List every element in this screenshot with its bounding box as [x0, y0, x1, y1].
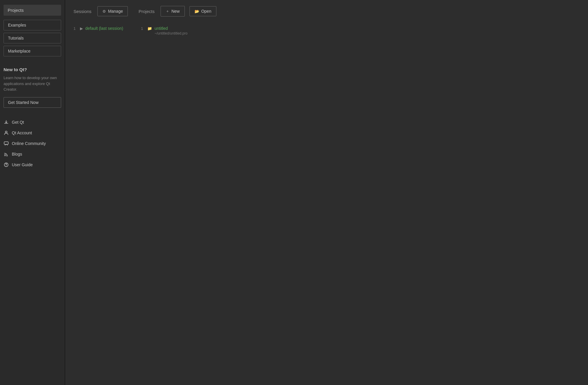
sidebar-link-qt-account[interactable]: Qt Account	[4, 130, 61, 136]
get-started-button[interactable]: Get Started Now	[4, 97, 61, 108]
project-name: untitled	[154, 26, 187, 31]
folder-icon: 📂	[195, 9, 199, 14]
rss-icon	[4, 151, 9, 157]
blogs-label: Blogs	[12, 152, 22, 156]
get-qt-label: Get Qt	[12, 120, 24, 125]
user-icon	[4, 130, 9, 136]
session-item[interactable]: 1 ▶ default (last session)	[74, 25, 123, 32]
items-section: 1 ▶ default (last session) 1 📁 untitled …	[74, 25, 580, 37]
header-row: Sessions ⚙ Manage Projects ＋ New 📂 Open	[74, 6, 580, 17]
svg-point-4	[6, 166, 6, 166]
qt-account-label: Qt Account	[12, 130, 32, 135]
session-name: default (last session)	[85, 26, 123, 31]
gear-icon: ⚙	[102, 9, 106, 14]
download-icon	[4, 120, 9, 125]
chat-icon	[4, 141, 9, 146]
new-to-qt-title: New to Qt?	[4, 67, 61, 72]
new-button[interactable]: ＋ New	[161, 6, 185, 17]
sessions-column: 1 ▶ default (last session)	[74, 25, 123, 32]
new-to-qt-description: Learn how to develop your own applicatio…	[4, 75, 61, 92]
open-button[interactable]: 📂 Open	[190, 6, 216, 16]
projects-column: 1 📁 untitled ~/untitled/untitled.pro	[141, 25, 187, 37]
sessions-label: Sessions	[74, 9, 92, 14]
project-path: ~/untitled/untitled.pro	[154, 31, 187, 35]
user-guide-label: User Guide	[12, 162, 33, 167]
projects-section-label: Projects	[138, 9, 154, 14]
sidebar-item-tutorials[interactable]: Tutorials	[4, 33, 61, 43]
sidebar: Projects Examples Tutorials Marketplace …	[0, 0, 65, 385]
main-content: Sessions ⚙ Manage Projects ＋ New 📂 Open …	[65, 0, 588, 385]
sidebar-links: Get Qt Qt Account Online Community	[4, 120, 61, 167]
online-community-label: Online Community	[12, 141, 46, 146]
svg-point-2	[4, 155, 5, 156]
manage-button[interactable]: ⚙ Manage	[97, 6, 128, 16]
sidebar-link-user-guide[interactable]: User Guide	[4, 162, 61, 167]
play-icon: ▶	[80, 26, 83, 31]
sidebar-projects-button[interactable]: Projects	[4, 5, 61, 16]
sidebar-link-blogs[interactable]: Blogs	[4, 151, 61, 157]
sidebar-link-online-community[interactable]: Online Community	[4, 141, 61, 146]
sidebar-item-marketplace[interactable]: Marketplace	[4, 46, 61, 56]
project-item[interactable]: 1 📁 untitled ~/untitled/untitled.pro	[141, 25, 187, 37]
new-to-qt-section: New to Qt? Learn how to develop your own…	[4, 67, 61, 108]
help-icon	[4, 162, 9, 167]
plus-icon: ＋	[166, 9, 169, 14]
svg-point-0	[5, 131, 7, 133]
sidebar-link-get-qt[interactable]: Get Qt	[4, 120, 61, 125]
sidebar-item-examples[interactable]: Examples	[4, 20, 61, 30]
folder-project-icon: 📁	[147, 26, 152, 31]
svg-rect-1	[4, 142, 8, 144]
